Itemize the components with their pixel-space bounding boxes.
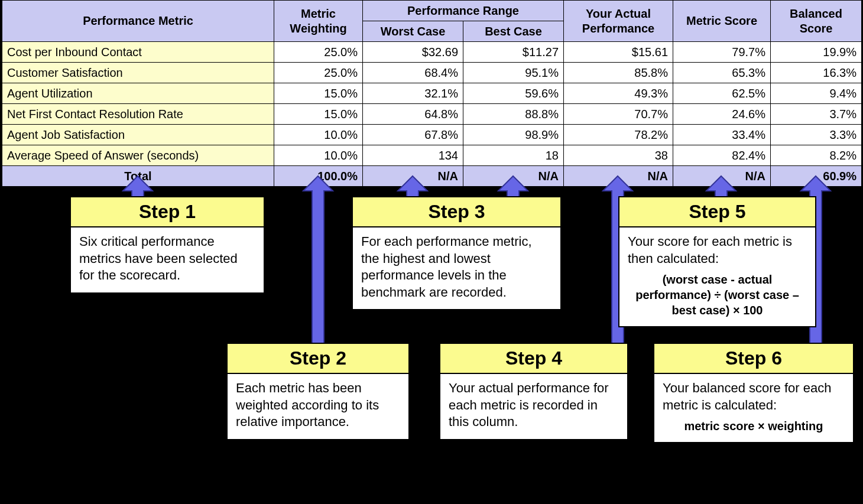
callout-title: Step 3 [353, 197, 560, 227]
table-row: Customer Satisfaction 25.0% 68.4% 95.1% … [2, 63, 862, 83]
callout-body: Your actual performance for each metric … [440, 374, 627, 439]
cell-best: 59.6% [463, 83, 564, 104]
cell-weight: 10.0% [274, 125, 363, 145]
table-row: Average Speed of Answer (seconds) 10.0% … [2, 145, 862, 166]
header-actual: Your Actual Performance [564, 1, 673, 42]
cell-weight: 10.0% [274, 145, 363, 166]
cell-actual: 49.3% [564, 83, 673, 104]
callout-step-5: Step 5 Your score for each metric is the… [618, 196, 816, 327]
header-metric-score: Metric Score [673, 1, 771, 42]
cell-weight: 15.0% [274, 104, 363, 125]
cell-actual: 70.7% [564, 104, 673, 125]
cell-balanced: 19.9% [771, 42, 862, 63]
callout-body: Each metric has been weighted according … [228, 374, 408, 439]
cell-actual: $15.61 [564, 42, 673, 63]
callout-step-1: Step 1 Six critical performance metrics … [70, 196, 265, 294]
cell-balanced: 3.3% [771, 125, 862, 145]
cell-metric: Agent Utilization [2, 83, 274, 104]
callout-body: Six critical performance metrics have be… [71, 227, 264, 292]
callout-title: Step 1 [71, 197, 264, 227]
header-best-case: Best Case [463, 21, 564, 42]
cell-metric: Customer Satisfaction [2, 63, 274, 83]
header-weighting: Metric Weighting [274, 1, 363, 42]
callout-title: Step 2 [228, 344, 408, 374]
header-worst-case: Worst Case [363, 21, 463, 42]
page-root: Performance Metric Metric Weighting Perf… [0, 0, 863, 504]
cell-score: 24.6% [673, 104, 771, 125]
cell-best: 98.9% [463, 125, 564, 145]
callout-step-2: Step 2 Each metric has been weighted acc… [226, 343, 410, 440]
cell-worst: 67.8% [363, 125, 463, 145]
callout-step-4: Step 4 Your actual performance for each … [439, 343, 628, 440]
cell-metric: Agent Job Satisfaction [2, 125, 274, 145]
callout-step-6: Step 6 Your balanced score for each metr… [653, 343, 854, 443]
cell-score: 79.7% [673, 42, 771, 63]
header-balanced-score: Balanced Score [771, 1, 862, 42]
cell-metric: Net First Contact Resolution Rate [2, 104, 274, 125]
callout-body: Your score for each metric is then calcu… [619, 227, 815, 326]
callout-body-text: Your score for each metric is then calcu… [628, 234, 792, 266]
table-row: Cost per Inbound Contact 25.0% $32.69 $1… [2, 42, 862, 63]
cell-best: 18 [463, 145, 564, 166]
cell-worst: $32.69 [363, 42, 463, 63]
cell-balanced: 16.3% [771, 63, 862, 83]
table-row: Agent Utilization 15.0% 32.1% 59.6% 49.3… [2, 83, 862, 104]
callout-body-text: Your balanced score for each metric is c… [663, 381, 831, 412]
cell-worst: 134 [363, 145, 463, 166]
callout-body: For each performance metric, the highest… [353, 227, 560, 309]
cell-score: 65.3% [673, 63, 771, 83]
cell-worst: 64.8% [363, 104, 463, 125]
cell-actual: 38 [564, 145, 673, 166]
cell-weight: 15.0% [274, 83, 363, 104]
callout-formula: (worst case - actual performance) ÷ (wor… [628, 272, 807, 318]
cell-best: $11.27 [463, 42, 564, 63]
cell-worst: 68.4% [363, 63, 463, 83]
cell-best: 88.8% [463, 104, 564, 125]
callout-title: Step 5 [619, 197, 815, 227]
cell-balanced: 9.4% [771, 83, 862, 104]
cell-metric: Cost per Inbound Contact [2, 42, 274, 63]
callout-title: Step 6 [654, 344, 853, 374]
table-row: Agent Job Satisfaction 10.0% 67.8% 98.9%… [2, 125, 862, 145]
cell-score: 82.4% [673, 145, 771, 166]
callout-title: Step 4 [440, 344, 627, 374]
cell-metric: Average Speed of Answer (seconds) [2, 145, 274, 166]
callout-body: Your balanced score for each metric is c… [654, 374, 853, 442]
scorecard-table: Performance Metric Metric Weighting Perf… [2, 0, 862, 187]
cell-worst: 32.1% [363, 83, 463, 104]
cell-weight: 25.0% [274, 63, 363, 83]
header-performance-range: Performance Range [363, 1, 564, 21]
cell-score: 33.4% [673, 125, 771, 145]
cell-weight: 25.0% [274, 42, 363, 63]
cell-score: 62.5% [673, 83, 771, 104]
cell-best: 95.1% [463, 63, 564, 83]
table-row: Net First Contact Resolution Rate 15.0% … [2, 104, 862, 125]
cell-balanced: 8.2% [771, 145, 862, 166]
cell-actual: 78.2% [564, 125, 673, 145]
header-metric: Performance Metric [2, 1, 274, 42]
arrow-up-icon [303, 176, 333, 346]
callout-step-3: Step 3 For each performance metric, the … [352, 196, 562, 310]
callout-formula: metric score × weighting [663, 418, 845, 434]
cell-balanced: 3.7% [771, 104, 862, 125]
cell-actual: 85.8% [564, 63, 673, 83]
